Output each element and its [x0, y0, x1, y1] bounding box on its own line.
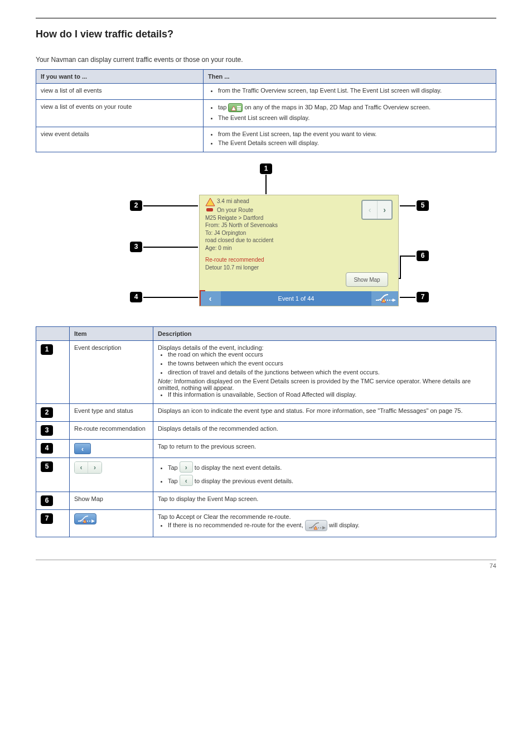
callout-badge-1: 1 — [41, 344, 53, 355]
next-event-button[interactable]: › — [377, 201, 391, 219]
access-table: If you want to ... Then ... view a list … — [36, 69, 496, 152]
table-row: view a list of all events from the Traff… — [36, 84, 496, 100]
car-icon — [205, 206, 215, 213]
col-if: If you want to ... — [36, 70, 204, 84]
callout-badge-6: 6 — [41, 495, 53, 506]
event-pager: Event 1 of 44 — [221, 295, 371, 302]
svg-marker-8 — [91, 519, 95, 523]
page-number: 74 — [36, 560, 496, 569]
item-cell: Event type and status — [70, 404, 153, 422]
item-cell — [70, 510, 153, 537]
callout-6: 6 — [417, 251, 429, 261]
table-row: 5 ‹ › Tap › to display the next event de… — [36, 458, 496, 492]
svg-rect-5 — [206, 208, 213, 211]
intro-text: Your Navman can display current traffic … — [36, 56, 496, 64]
callout-badge-7: 7 — [41, 513, 53, 524]
page-title: How do I view traffic details? — [36, 28, 496, 40]
svg-rect-1 — [237, 106, 241, 107]
prev-next-icon: ‹ › — [74, 461, 102, 474]
desc-cell: Tap to Accept or Clear the recommende re… — [153, 510, 496, 537]
callout-5: 5 — [417, 200, 429, 211]
table-row: 4 ‹ Tap to return to the previous screen… — [36, 440, 496, 458]
if-cell: view event details — [36, 127, 204, 152]
item-cell: Show Map — [70, 492, 153, 510]
desc-cell: Tap to display the Event Map screen. — [153, 492, 496, 510]
then-cell: tap on any of the maps in 3D Map, 2D Map… — [204, 100, 496, 127]
svg-marker-6 — [393, 298, 396, 302]
desc-cell: Displays details of the event, including… — [153, 341, 496, 404]
divert-button[interactable] — [371, 291, 398, 306]
item-cell: ‹ — [70, 440, 153, 458]
callout-3: 3 — [130, 242, 142, 252]
col-desc: Description — [153, 327, 496, 341]
if-cell: view a list of events on your route — [36, 100, 204, 127]
callout-4: 4 — [130, 292, 142, 302]
event-details-panel: 3.4 mi ahead On your Route M25 Reigate >… — [199, 195, 399, 306]
desc-cell: Displays an icon to indicate the event t… — [153, 404, 496, 422]
callout-7: 7 — [417, 292, 429, 302]
table-row: 2 Event type and status Displays an icon… — [36, 404, 496, 422]
svg-rect-3 — [237, 109, 241, 110]
callout-badge-2: 2 — [41, 407, 53, 418]
prev-event-button[interactable]: ‹ — [362, 201, 377, 219]
panel-text: 3.4 mi ahead On your Route M25 Reigate >… — [205, 198, 339, 271]
show-map-button[interactable]: Show Map — [346, 272, 388, 287]
col-item: Item — [70, 327, 153, 341]
desc-cell: Displays details of the recommended acti… — [153, 422, 496, 440]
callout-badge-3: 3 — [41, 425, 53, 436]
table-row: 7 Tap to Accept or Clear the recommende … — [36, 510, 496, 537]
prev-icon: ‹ — [180, 475, 193, 486]
col-then: Then ... — [204, 70, 496, 84]
then-cell: from the Traffic Overview screen, tap Ev… — [204, 84, 496, 100]
table-row: 1 Event description Displays details of … — [36, 341, 496, 404]
callout-badge-4: 4 — [41, 443, 53, 454]
event-details-diagram: 1 2 3 4 5 6 7 3.4 mi ahead On your Route… — [104, 163, 428, 314]
table-row: 6 Show Map Tap to display the Event Map … — [36, 492, 496, 510]
callouts-table: Item Description 1 Event description Dis… — [36, 326, 496, 537]
event-list-icon — [228, 103, 243, 112]
svg-rect-2 — [237, 108, 241, 109]
back-icon: ‹ — [74, 443, 91, 454]
callout-1: 1 — [260, 163, 272, 174]
next-icon: › — [180, 461, 193, 473]
item-cell: Re-route recommendation — [70, 422, 153, 440]
desc-cell: Tap to return to the previous screen. — [153, 440, 496, 458]
divert-icon — [74, 513, 96, 524]
table-row: view a list of events on your route tap … — [36, 100, 496, 127]
item-cell: Event description — [70, 341, 153, 404]
panel-bottom-bar: ‹ Event 1 of 44 — [200, 291, 398, 306]
svg-marker-0 — [231, 106, 236, 110]
item-cell: ‹ › — [70, 458, 153, 492]
table-row: view event details from the Event List s… — [36, 127, 496, 152]
callout-badge-5: 5 — [41, 461, 53, 472]
table-row: 3 Re-route recommendation Displays detai… — [36, 422, 496, 440]
prev-next-buttons[interactable]: ‹ › — [361, 200, 393, 220]
if-cell: view a list of all events — [36, 84, 204, 100]
then-cell: from the Event List screen, tap the even… — [204, 127, 496, 152]
back-button[interactable]: ‹ — [200, 291, 221, 306]
svg-marker-4 — [206, 198, 215, 206]
divert-grey-icon — [305, 520, 327, 531]
desc-cell: Tap › to display the next event details.… — [153, 458, 496, 492]
warning-icon — [205, 198, 215, 206]
callout-2: 2 — [130, 200, 142, 211]
svg-marker-10 — [322, 526, 326, 529]
